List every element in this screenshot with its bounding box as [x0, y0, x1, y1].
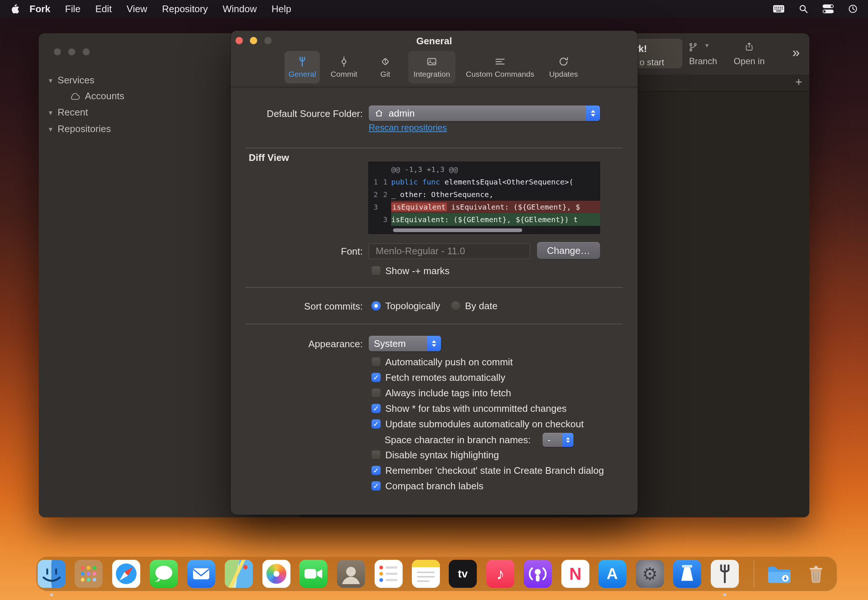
- messages-dock-icon[interactable]: [150, 560, 178, 588]
- sidebar-item-recent[interactable]: ▾ Recent: [49, 107, 88, 118]
- preferences-window: General General Commit Git Integration C…: [231, 30, 638, 515]
- font-field: Menlo-Regular - 11.0: [369, 244, 530, 259]
- compact-branch-labels-checkbox[interactable]: [371, 481, 381, 491]
- change-font-button[interactable]: Change…: [537, 242, 600, 259]
- branch-button[interactable]: Branch: [681, 56, 725, 67]
- dock: tv ♪ N A ⚙: [36, 556, 837, 591]
- running-indicator: [50, 593, 53, 596]
- finder-dock-icon[interactable]: [38, 560, 66, 588]
- sort-topologically-label: Topologically: [385, 300, 440, 311]
- keyboard-icon[interactable]: [773, 4, 785, 14]
- popup-stepper-icon: [562, 433, 574, 447]
- spotlight-search-icon[interactable]: [798, 4, 808, 14]
- app-store-dock-icon[interactable]: A: [598, 560, 626, 588]
- sidebar-item-services[interactable]: ▾ Services: [49, 74, 94, 86]
- trash-dock-icon[interactable]: [802, 560, 830, 588]
- refresh-icon: [558, 56, 569, 67]
- inactive-zoom-button[interactable]: [83, 48, 90, 55]
- sidebar-item-accounts[interactable]: Accounts: [70, 90, 124, 102]
- home-folder-icon: [374, 109, 383, 118]
- sidebar-item-repositories[interactable]: ▾ Repositories: [49, 123, 111, 135]
- auto-push-checkbox[interactable]: [371, 357, 381, 367]
- menu-edit[interactable]: Edit: [95, 3, 112, 15]
- sort-by-date-radio[interactable]: [451, 301, 461, 311]
- new-tab-button[interactable]: +: [795, 75, 802, 89]
- sort-topologically-radio[interactable]: [371, 301, 381, 311]
- appearance-value: System: [374, 338, 406, 350]
- menu-view[interactable]: View: [127, 3, 147, 15]
- diff-line-removed: 3isEquivalent isEquivalent: (${GElement}…: [368, 201, 600, 213]
- section-divider: [245, 148, 623, 148]
- source-folder-value: admin: [389, 108, 415, 119]
- tv-dock-icon[interactable]: tv: [449, 560, 477, 588]
- font-label: Font:: [231, 246, 363, 257]
- music-dock-icon[interactable]: ♪: [486, 560, 515, 588]
- branch-icon: [688, 42, 698, 52]
- reminders-dock-icon[interactable]: [374, 560, 403, 588]
- sort-commits-label: Sort commits:: [231, 301, 363, 312]
- inactive-close-button[interactable]: [54, 48, 61, 55]
- fetch-remotes-checkbox[interactable]: [371, 373, 381, 382]
- photos-dock-icon[interactable]: [262, 560, 291, 588]
- inactive-minimize-button[interactable]: [68, 48, 75, 55]
- menu-help[interactable]: Help: [272, 3, 291, 15]
- keynote-dock-icon[interactable]: [673, 560, 701, 588]
- list-icon: [495, 56, 506, 67]
- maps-dock-icon[interactable]: [225, 560, 253, 588]
- toolbar-overflow-button[interactable]: »: [792, 45, 800, 61]
- podcasts-dock-icon[interactable]: [524, 560, 552, 588]
- source-folder-popup[interactable]: admin: [369, 106, 600, 121]
- include-tags-checkbox[interactable]: [371, 388, 381, 398]
- dialog-title: General: [231, 35, 638, 47]
- menu-repository[interactable]: Repository: [162, 3, 208, 15]
- facetime-dock-icon[interactable]: [299, 560, 327, 588]
- git-icon: [380, 56, 391, 67]
- diff-line: 11public func elementsEqual<OtherSequenc…: [368, 176, 600, 188]
- tab-commit[interactable]: Commit: [326, 51, 362, 83]
- system-settings-dock-icon[interactable]: ⚙: [636, 560, 664, 588]
- tab-integration[interactable]: Integration: [408, 51, 455, 83]
- update-submodules-checkbox[interactable]: [371, 419, 381, 429]
- tab-updates[interactable]: Updates: [544, 51, 583, 83]
- show-star-tabs-checkbox[interactable]: [371, 404, 381, 413]
- chevron-down-icon: ▾: [49, 76, 52, 85]
- rescan-repositories-link[interactable]: Rescan repositories: [369, 123, 447, 133]
- menu-file[interactable]: File: [65, 3, 80, 15]
- space-character-popup[interactable]: -: [542, 433, 574, 447]
- remember-checkout-checkbox[interactable]: [371, 466, 381, 475]
- show-marks-checkbox[interactable]: [371, 266, 381, 276]
- welcome-text-2: o start: [639, 57, 664, 68]
- appearance-popup[interactable]: System: [369, 336, 441, 351]
- integration-icon: [426, 56, 437, 67]
- desktop: { "menu_bar": { "app_name": "Fork", "ite…: [0, 0, 868, 600]
- tab-general[interactable]: General: [285, 51, 320, 83]
- chevron-down-icon: ▾: [49, 108, 52, 117]
- diff-view-label: Diff View: [249, 152, 289, 164]
- contacts-dock-icon[interactable]: [337, 560, 365, 588]
- open-in-button[interactable]: Open in: [727, 56, 771, 67]
- downloads-dock-icon[interactable]: [764, 560, 792, 588]
- fork-dock-icon[interactable]: [711, 560, 739, 588]
- mail-dock-icon[interactable]: [187, 560, 215, 588]
- control-center-icon[interactable]: [822, 3, 834, 14]
- menu-window[interactable]: Window: [223, 3, 256, 15]
- menu-app-name[interactable]: Fork: [30, 3, 50, 15]
- section-divider: [245, 324, 623, 324]
- apple-menu-icon[interactable]: [11, 4, 20, 14]
- diff-line: 22_ other: OtherSequence,: [368, 188, 600, 201]
- diff-hunk-header: @@ -1,3 +1,3 @@: [368, 163, 600, 176]
- toolbar-divider: [231, 87, 638, 88]
- show-marks-label: Show -+ marks: [385, 265, 450, 276]
- diff-line-added: 3isEquivalent: (${GElement}, ${GElement}…: [368, 213, 600, 226]
- tab-custom-commands[interactable]: Custom Commands: [461, 51, 539, 83]
- clock-icon[interactable]: [848, 4, 858, 14]
- disable-syntax-checkbox[interactable]: [371, 450, 381, 460]
- dock-divider: [754, 560, 754, 588]
- safari-dock-icon[interactable]: [112, 560, 140, 588]
- news-dock-icon[interactable]: N: [561, 560, 589, 588]
- tab-git[interactable]: Git: [371, 51, 400, 83]
- launchpad-dock-icon[interactable]: [74, 560, 103, 588]
- notes-dock-icon[interactable]: [412, 560, 440, 588]
- horizontal-scrollbar[interactable]: [393, 229, 522, 232]
- running-indicator: [723, 593, 726, 596]
